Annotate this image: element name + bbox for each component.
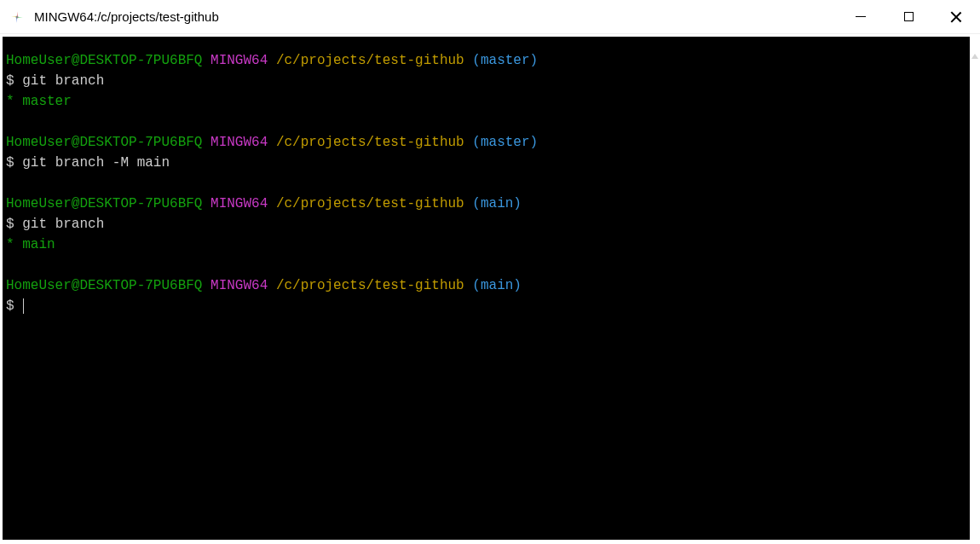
minimize-icon — [856, 16, 866, 17]
app-icon — [9, 9, 26, 26]
command-text: git branch -M main — [22, 155, 170, 171]
maximize-button[interactable] — [885, 0, 932, 33]
prompt-shell: MINGW64 — [210, 278, 268, 293]
terminal-line: HomeUser@DESKTOP-7PU6BFQ MINGW64 /c/proj… — [6, 135, 538, 150]
prompt-path: /c/projects/test-github — [276, 53, 464, 68]
terminal-line: HomeUser@DESKTOP-7PU6BFQ MINGW64 /c/proj… — [6, 278, 522, 293]
command-text: git branch — [22, 217, 104, 232]
terminal-line: $ — [6, 298, 24, 314]
terminal-line: HomeUser@DESKTOP-7PU6BFQ MINGW64 /c/proj… — [6, 196, 522, 211]
svg-marker-0 — [17, 11, 18, 16]
svg-point-4 — [16, 15, 19, 18]
window-controls — [837, 0, 980, 33]
prompt-user-host: HomeUser@DESKTOP-7PU6BFQ — [6, 278, 202, 293]
terminal-line: $ git branch — [6, 217, 104, 232]
terminal-line: $ git branch -M main — [6, 155, 170, 171]
prompt-shell: MINGW64 — [210, 53, 268, 68]
prompt-symbol: $ — [6, 155, 14, 171]
command-text: git branch — [22, 73, 104, 89]
terminal-line: HomeUser@DESKTOP-7PU6BFQ MINGW64 /c/proj… — [6, 53, 538, 68]
prompt-path: /c/projects/test-github — [276, 278, 464, 293]
prompt-user-host: HomeUser@DESKTOP-7PU6BFQ — [6, 53, 202, 68]
close-icon — [950, 11, 962, 23]
prompt-branch: (master) — [472, 135, 538, 150]
titlebar[interactable]: MINGW64:/c/projects/test-github — [0, 0, 980, 34]
prompt-symbol: $ — [6, 217, 14, 232]
terminal-output[interactable]: HomeUser@DESKTOP-7PU6BFQ MINGW64 /c/proj… — [3, 37, 970, 540]
svg-marker-3 — [11, 16, 16, 17]
prompt-path: /c/projects/test-github — [276, 135, 464, 150]
prompt-user-host: HomeUser@DESKTOP-7PU6BFQ — [6, 135, 202, 150]
prompt-branch: (main) — [472, 196, 522, 211]
prompt-symbol: $ — [6, 73, 14, 89]
prompt-shell: MINGW64 — [210, 135, 268, 150]
prompt-shell: MINGW64 — [210, 196, 268, 211]
command-output: * master — [6, 94, 72, 109]
maximize-icon — [904, 12, 914, 21]
prompt-user-host: HomeUser@DESKTOP-7PU6BFQ — [6, 196, 202, 211]
close-button[interactable] — [932, 0, 980, 33]
prompt-branch: (master) — [472, 53, 538, 68]
minimize-button[interactable] — [837, 0, 885, 33]
svg-marker-2 — [16, 17, 17, 22]
terminal-line: $ git branch — [6, 73, 104, 89]
window-frame: MINGW64:/c/projects/test-github HomeUser… — [0, 0, 980, 544]
prompt-symbol: $ — [6, 298, 14, 314]
window-title: MINGW64:/c/projects/test-github — [34, 9, 837, 24]
svg-marker-1 — [18, 17, 23, 18]
command-output: * main — [6, 237, 55, 252]
prompt-path: /c/projects/test-github — [276, 196, 464, 211]
prompt-branch: (main) — [472, 278, 522, 293]
scrollbar-gutter[interactable] — [970, 34, 980, 544]
text-cursor — [23, 298, 24, 314]
scroll-up-arrow-icon — [971, 51, 979, 63]
